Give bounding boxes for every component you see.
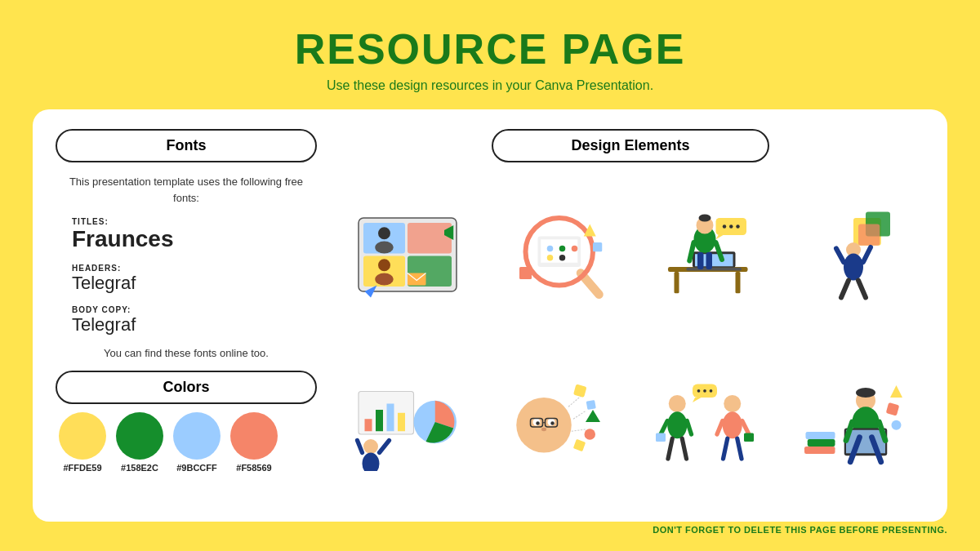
color-swatch-blue: #9BCCFF: [173, 412, 220, 473]
color-hex-green: #158E2C: [121, 463, 158, 473]
design-elements-header: Design Elements: [492, 129, 769, 162]
svg-point-85: [723, 411, 742, 438]
svg-point-84: [724, 395, 741, 412]
svg-point-111: [892, 420, 902, 429]
svg-point-41: [736, 224, 740, 229]
illustration-data-charts: [336, 341, 479, 502]
illustrations-grid: [336, 174, 924, 502]
body-font: Telegraf: [72, 314, 317, 335]
svg-line-59: [380, 440, 390, 452]
body-label: BODY COPY:: [72, 305, 317, 314]
main-card: Fonts This presentation template uses th…: [33, 109, 947, 522]
svg-rect-70: [573, 384, 587, 398]
svg-rect-53: [376, 410, 383, 431]
svg-rect-29: [687, 267, 742, 270]
svg-rect-35: [697, 252, 704, 269]
svg-rect-52: [365, 419, 372, 431]
fonts-headers: HEADERS: Telegraf: [72, 264, 317, 294]
colors-section: Colors #FFDE59 #158E2C #9BCCFF #F58569: [56, 371, 317, 473]
right-panel: Design Elements: [336, 129, 924, 502]
fonts-body: BODY COPY: Telegraf: [72, 305, 317, 335]
svg-point-16: [547, 245, 554, 251]
illustration-messaging: [634, 341, 776, 502]
fonts-titles: TITLES: Fraunces: [72, 217, 317, 252]
svg-line-75: [568, 396, 581, 407]
svg-line-88: [724, 438, 728, 459]
svg-point-40: [729, 224, 733, 229]
svg-line-47: [836, 248, 844, 262]
illustration-video-call: [336, 174, 479, 335]
svg-point-92: [697, 389, 701, 392]
svg-point-20: [559, 255, 566, 261]
svg-point-18: [572, 245, 578, 251]
svg-rect-74: [573, 438, 586, 451]
page-subtitle: Use these design resources in your Canva…: [327, 78, 653, 93]
colors-header: Colors: [56, 371, 317, 404]
titles-font: Fraunces: [72, 226, 317, 252]
footer-note: DON'T FORGET TO DELETE THIS PAGE BEFORE …: [33, 525, 947, 535]
fonts-footer: You can find these fonts online too.: [56, 347, 317, 359]
svg-line-49: [841, 280, 849, 297]
svg-point-5: [378, 227, 390, 239]
svg-point-8: [375, 273, 394, 285]
svg-point-93: [703, 389, 706, 392]
svg-marker-91: [693, 398, 702, 402]
svg-point-65: [550, 421, 555, 425]
svg-line-81: [687, 420, 691, 434]
svg-point-78: [669, 395, 686, 412]
illustration-carrying-blocks: [782, 174, 924, 335]
svg-rect-98: [808, 439, 835, 447]
svg-point-57: [363, 439, 378, 454]
color-circle-coral: [230, 412, 278, 460]
svg-point-17: [559, 245, 566, 251]
svg-rect-110: [886, 402, 900, 415]
illustration-person-desk: [634, 174, 776, 335]
svg-line-83: [682, 438, 686, 459]
svg-point-101: [856, 388, 875, 398]
svg-line-60: [358, 440, 363, 452]
svg-rect-22: [519, 267, 532, 279]
illustration-search: [485, 174, 627, 335]
svg-point-61: [516, 398, 572, 453]
svg-rect-55: [398, 412, 405, 431]
svg-line-48: [863, 247, 871, 262]
svg-rect-25: [675, 272, 679, 293]
svg-rect-44: [858, 224, 880, 245]
svg-marker-109: [890, 385, 902, 398]
color-hex-blue: #9BCCFF: [176, 463, 217, 473]
titles-label: TITLES:: [72, 217, 317, 226]
svg-point-94: [710, 389, 713, 392]
svg-rect-36: [706, 252, 713, 269]
left-panel: Fonts This presentation template uses th…: [56, 129, 317, 502]
svg-rect-3: [408, 223, 452, 254]
fonts-description: This presentation template uses the foll…: [56, 174, 317, 206]
svg-rect-15: [541, 239, 577, 263]
svg-point-32: [699, 214, 711, 221]
svg-rect-23: [593, 242, 602, 251]
svg-rect-96: [744, 433, 754, 442]
color-swatch-yellow: #FFDE59: [59, 412, 106, 473]
headers-font: Telegraf: [72, 273, 317, 294]
svg-rect-71: [586, 399, 596, 409]
color-circle-blue: [173, 412, 220, 460]
svg-line-76: [573, 411, 586, 419]
color-circle-yellow: [59, 412, 106, 460]
svg-line-82: [668, 438, 672, 459]
svg-rect-95: [656, 433, 666, 442]
svg-point-66: [541, 427, 546, 431]
color-hex-coral: #F58569: [236, 463, 271, 473]
svg-rect-97: [804, 447, 835, 454]
svg-point-39: [723, 224, 727, 229]
page-title: RESOURCE PAGE: [295, 24, 686, 73]
svg-point-7: [378, 259, 390, 271]
svg-line-89: [737, 438, 742, 459]
svg-point-19: [547, 255, 554, 261]
headers-label: HEADERS:: [72, 264, 317, 273]
svg-line-86: [717, 420, 723, 434]
color-hex-yellow: #FFDE59: [63, 463, 101, 473]
svg-line-80: [661, 420, 667, 434]
svg-point-79: [667, 411, 687, 438]
svg-point-58: [363, 452, 380, 471]
color-swatch-coral: #F58569: [230, 412, 278, 473]
svg-rect-26: [736, 272, 741, 293]
